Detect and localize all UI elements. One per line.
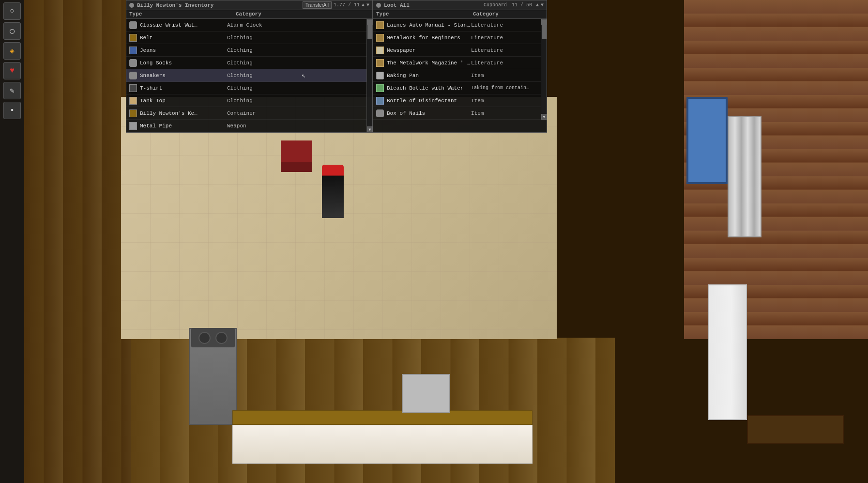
- box-nails-name: Box of Nails: [387, 110, 471, 116]
- metal-pipe-name: Metal Pipe: [140, 123, 227, 129]
- belt-icon-img: [129, 34, 137, 42]
- newspaper-name: Newspaper: [387, 47, 471, 53]
- left-item-metal-pipe[interactable]: Metal Pipe Weapon: [126, 120, 366, 132]
- sneakers-icon: [128, 71, 138, 80]
- tshirt-name: T-shirt: [140, 85, 227, 91]
- classic-wrist-watch-icon: [128, 20, 138, 30]
- billy-key-icon-img: [129, 109, 137, 117]
- left-item-belt[interactable]: Belt Clothing: [126, 31, 366, 44]
- laines-auto-icon: [375, 20, 385, 30]
- right-scrollbar[interactable]: ▲ ▼: [541, 19, 547, 120]
- left-item-jeans[interactable]: Jeans Clothing: [126, 44, 366, 57]
- right-panel-icon: [376, 3, 381, 8]
- left-scroll-up[interactable]: ▲: [362, 2, 365, 8]
- long-socks-icon-img: [129, 59, 137, 67]
- baking-pan-icon-img: [376, 72, 384, 79]
- jeans-name: Jeans: [140, 47, 227, 53]
- metalwork-beginners-icon: [375, 33, 385, 43]
- right-scroll-up[interactable]: ▲: [536, 2, 539, 8]
- belt-icon: [128, 33, 138, 43]
- left-item-tank-top[interactable]: Tank Top Clothing: [126, 94, 366, 107]
- right-scroll-down-arrow[interactable]: ▼: [541, 114, 547, 120]
- left-panel-title: Billy Newton's Inventory: [129, 2, 213, 8]
- left-panel-icon: [129, 3, 134, 8]
- classic-wrist-watch-name: Classic Wrist Wat…: [140, 22, 227, 28]
- right-panel-header: Loot All Cupboard 11 / 50 ▲ ▼: [373, 0, 547, 10]
- bottle-disinfectant-icon: [375, 96, 385, 106]
- left-panel-title-text: Billy Newton's Inventory: [137, 2, 213, 8]
- right-panel-title: Loot All: [376, 2, 410, 8]
- left-item-list: Classic Wrist Wat… Alarm Clock Belt Clot…: [126, 19, 366, 132]
- left-scroll-down-arrow[interactable]: ▼: [367, 126, 373, 132]
- metalwork-magazine-icon-img: [376, 59, 384, 67]
- left-panel-controls: TransferAll 1.77 / 11 ▲ ▼: [303, 1, 369, 9]
- burner-1: [198, 332, 211, 344]
- tank-top-icon-img: [129, 97, 137, 105]
- bottle-disinfectant-icon-img: [376, 97, 384, 105]
- right-panel-count: 11 / 50: [512, 2, 532, 8]
- newspaper-icon: [375, 46, 385, 55]
- character-sprite: [322, 165, 344, 218]
- bottle-disinfectant-category: Item: [471, 98, 539, 104]
- right-item-baking-pan[interactable]: Baking Pan Item: [373, 69, 541, 82]
- transfer-all-button[interactable]: TransferAll: [303, 1, 332, 9]
- right-col-headers: Type Category: [373, 10, 547, 19]
- metal-pipe-icon-img: [129, 122, 137, 130]
- left-item-tshirt[interactable]: T-shirt Clothing: [126, 82, 366, 94]
- square-tool-button[interactable]: ▪: [3, 102, 21, 119]
- left-scrollbar-thumb[interactable]: [367, 20, 372, 39]
- newspaper-category: Literature: [471, 47, 539, 53]
- paint-tool-button[interactable]: ✎: [3, 82, 21, 99]
- ring-tool-button[interactable]: ◯: [3, 22, 21, 40]
- right-item-laines-auto[interactable]: Laines Auto Manual - Stan… Literature: [373, 19, 541, 31]
- laines-auto-category: Literature: [471, 22, 539, 28]
- billy-key-category: Container: [227, 110, 300, 116]
- box-nails-icon-img: [376, 109, 384, 117]
- left-item-sneakers[interactable]: Sneakers Clothing ↖: [126, 69, 366, 82]
- baking-pan-name: Baking Pan: [387, 73, 471, 78]
- left-item-classic-wrist-watch[interactable]: Classic Wrist Wat… Alarm Clock: [126, 19, 366, 31]
- left-col-category-header: Category: [236, 11, 308, 17]
- tank-top-category: Clothing: [227, 98, 300, 104]
- tools-bar: ○ ◯ ◈ ♥ ✎ ▪: [0, 0, 24, 483]
- billy-key-name: Billy Newton's Ke…: [140, 110, 227, 116]
- fridge-unit: [708, 284, 747, 420]
- wood-floor-left: [24, 0, 131, 483]
- cube-tool-button[interactable]: ◈: [3, 42, 21, 60]
- long-socks-icon: [128, 58, 138, 68]
- right-panel-content: Laines Auto Manual - Stan… Literature Me…: [373, 19, 547, 120]
- left-item-billy-key[interactable]: Billy Newton's Ke… Container: [126, 107, 366, 120]
- right-item-newspaper[interactable]: Newspaper Literature: [373, 44, 541, 57]
- stove-burners: [191, 328, 235, 347]
- counter-front: [232, 425, 533, 464]
- left-panel-content: Classic Wrist Wat… Alarm Clock Belt Clot…: [126, 19, 372, 132]
- right-item-bleach-bottle[interactable]: Bleach Bottle with Water Taking from con…: [373, 82, 541, 94]
- right-item-metalwork-magazine[interactable]: The Metalwork Magazine ' … Literature: [373, 57, 541, 69]
- left-col-type-header: Type: [129, 11, 236, 17]
- sneakers-name: Sneakers: [140, 73, 227, 78]
- right-item-box-nails[interactable]: Box of Nails Item: [373, 107, 541, 120]
- bottle-disinfectant-name: Bottle of Disinfectant: [387, 98, 471, 104]
- heart-tool-button[interactable]: ♥: [3, 62, 21, 79]
- sneakers-category: Clothing: [227, 73, 300, 78]
- right-inventory-panel: Loot All Cupboard 11 / 50 ▲ ▼ Type Categ…: [373, 0, 547, 133]
- floor-tiles: [121, 97, 557, 339]
- circle-tool-button[interactable]: ○: [3, 2, 21, 20]
- metalwork-magazine-name: The Metalwork Magazine ' …: [387, 60, 471, 66]
- right-scrollbar-thumb[interactable]: [542, 20, 547, 39]
- bleach-bottle-icon-img: [376, 84, 384, 92]
- radiator: [728, 116, 761, 237]
- billy-key-icon: [128, 109, 138, 118]
- left-scroll-down[interactable]: ▼: [366, 2, 369, 8]
- classic-wrist-watch-icon-img: [129, 21, 137, 29]
- left-item-long-socks[interactable]: Long Socks Clothing: [126, 57, 366, 69]
- left-scrollbar[interactable]: ▲ ▼: [366, 19, 372, 132]
- right-item-metalwork-beginners[interactable]: Metalwork for Beginners Literature: [373, 31, 541, 44]
- metalwork-magazine-icon: [375, 58, 385, 68]
- baking-pan-category: Item: [471, 73, 539, 78]
- right-scroll-down[interactable]: ▼: [541, 2, 544, 8]
- right-item-bottle-disinfectant[interactable]: Bottle of Disinfectant Item: [373, 94, 541, 107]
- jeans-icon: [128, 46, 138, 55]
- outdoor-bench: [747, 415, 844, 444]
- right-panel-controls: Cupboard 11 / 50 ▲ ▼: [484, 2, 544, 8]
